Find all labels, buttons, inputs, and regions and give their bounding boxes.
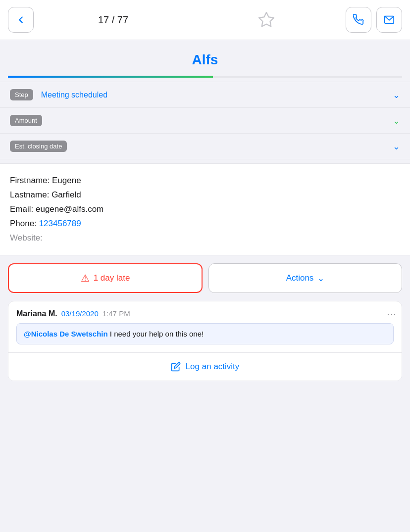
log-activity-label: Log an activity: [186, 362, 240, 372]
title-section: Alfs: [0, 40, 410, 78]
lastname-line: Lastname: Garfield: [10, 188, 400, 202]
comment-body: @Nicolas De Swetschin I need your help o…: [16, 323, 394, 344]
pencil-icon: [171, 362, 181, 372]
closing-date-badge: Est. closing date: [10, 141, 67, 152]
svg-marker-0: [259, 12, 274, 27]
step-field-row[interactable]: Step Meeting scheduled ⌄: [0, 82, 410, 108]
phone-label: Phone:: [10, 219, 37, 228]
comment-mention: @Nicolas De Swetschin: [24, 330, 108, 338]
email-button[interactable]: [376, 7, 402, 33]
action-buttons: ⚠ 1 day late Actions ⌄: [8, 263, 402, 293]
step-badge: Step: [10, 89, 33, 100]
comment-header: Mariana M. 03/19/2020 1:47 PM: [16, 309, 394, 318]
email-line: Email: eugene@alfs.com: [10, 202, 400, 217]
firstname-line: Firstname: Eugene: [10, 174, 400, 188]
closing-date-field-row[interactable]: Est. closing date ⌄: [0, 134, 410, 159]
actions-label: Actions: [286, 273, 314, 283]
header-actions: [346, 7, 402, 33]
phone-value[interactable]: 123456789: [39, 219, 81, 228]
favorite-button[interactable]: [193, 11, 340, 29]
actions-button[interactable]: Actions ⌄: [208, 263, 402, 293]
log-activity-button[interactable]: Log an activity: [8, 353, 402, 381]
phone-line: Phone: 123456789: [10, 217, 400, 231]
comment-section: Mariana M. 03/19/2020 1:47 PM ⋮ @Nicolas…: [8, 301, 402, 381]
lastname-label: Lastname:: [10, 190, 49, 199]
comment-card: Mariana M. 03/19/2020 1:47 PM ⋮ @Nicolas…: [8, 301, 402, 344]
email-label: Email:: [10, 204, 33, 214]
step-chevron-icon: ⌄: [393, 90, 400, 100]
comment-time: 1:47 PM: [102, 309, 130, 318]
lastname-value: Garfield: [51, 190, 81, 199]
firstname-value: Eugene: [52, 176, 81, 185]
record-title: Alfs: [8, 52, 402, 68]
back-button[interactable]: [8, 7, 34, 33]
fields-section: Step Meeting scheduled ⌄ Amount ⌄ Est. c…: [0, 78, 410, 163]
website-line: Website:: [10, 231, 400, 245]
amount-badge: Amount: [10, 115, 42, 126]
comment-author: Mariana M.: [16, 309, 57, 318]
late-label: 1 day late: [94, 273, 130, 283]
website-label: Website:: [10, 233, 43, 242]
actions-chevron-icon: ⌄: [317, 273, 324, 284]
comment-options-button[interactable]: ⋮: [387, 309, 396, 319]
contact-section: Firstname: Eugene Lastname: Garfield Ema…: [0, 163, 410, 255]
record-counter: 17 / 77: [40, 14, 187, 26]
comment-message: I need your help on this one!: [108, 330, 204, 338]
progress-bar-container: [8, 76, 402, 78]
comment-date: 03/19/2020: [61, 309, 99, 318]
email-value: eugene@alfs.com: [36, 204, 103, 214]
amount-field-row[interactable]: Amount ⌄: [0, 108, 410, 134]
alert-icon: ⚠: [81, 272, 90, 284]
phone-button[interactable]: [346, 7, 371, 33]
late-button[interactable]: ⚠ 1 day late: [8, 263, 203, 293]
firstname-label: Firstname:: [10, 176, 50, 185]
amount-chevron-icon: ⌄: [393, 115, 400, 126]
progress-bar-fill: [8, 76, 213, 78]
header: 17 / 77: [0, 0, 410, 40]
closing-date-chevron-icon: ⌄: [393, 141, 400, 152]
step-value: Meeting scheduled: [33, 91, 393, 99]
